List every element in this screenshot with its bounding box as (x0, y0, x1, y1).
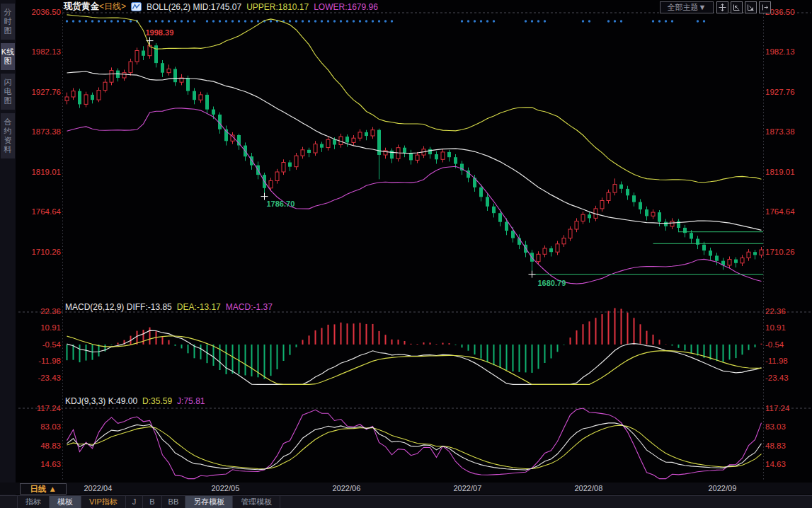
main-y-label: 1873.38 (17, 127, 61, 136)
kdj-j-value: J:75.81 (177, 396, 205, 406)
x-axis-date: 2022/06 (333, 484, 361, 492)
x-axis-date: 2022/04 (84, 484, 113, 492)
tab-indicators[interactable]: 指标 (17, 496, 50, 508)
x-axis-date: 2022/07 (454, 484, 482, 492)
mini-chart-icon[interactable] (131, 2, 142, 11)
macd-dea-value: DEA:-13.17 (177, 302, 221, 312)
main-y-label: 1982.13 (17, 47, 61, 56)
kdj-y-label: 14.63 (765, 460, 809, 468)
macd-y-label: -0.54 (17, 340, 61, 349)
kdj-y-label: 48.83 (765, 441, 809, 450)
period-selector-button[interactable]: 日线 ▲ (20, 483, 67, 495)
main-y-label: 2036.50 (17, 8, 61, 16)
macd-y-label: -11.98 (17, 357, 61, 365)
x-axis-date: 2022/09 (709, 484, 737, 492)
macd-y-label: 10.91 (17, 323, 61, 332)
macd-y-label: 22.36 (765, 307, 809, 316)
tab-bb[interactable]: BB (162, 496, 186, 508)
zoom-axis-right-icon[interactable] (745, 1, 757, 13)
boll-upper-value: UPPER:1810.17 (246, 2, 309, 12)
main-y-label: 1819.01 (765, 168, 809, 176)
x-axis-date: 2022/05 (212, 484, 240, 492)
low-price-annotation: 1786.70 (267, 200, 295, 208)
macd-header: MACD(26,12,9) DIFF:-13.85 DEA:-13.17 MAC… (65, 302, 273, 312)
macd-y-label: -11.98 (765, 357, 809, 365)
chart-toolbar-icons (716, 1, 771, 13)
high-price-annotation: 1998.39 (146, 28, 174, 37)
x-axis-date: 2022/08 (575, 484, 603, 492)
tab-manage-template[interactable]: 管理模板 (233, 496, 280, 508)
main-y-label: 1764.64 (765, 207, 809, 216)
period-tag: <日线> (99, 1, 126, 11)
kdj-d-value: D:35.59 (142, 396, 172, 406)
macd-y-label: 22.36 (17, 307, 61, 316)
tab-save-template[interactable]: 另存模板 (185, 496, 233, 508)
kdj-y-label: 48.83 (17, 441, 61, 450)
kdj-y-label: 117.24 (17, 404, 61, 412)
main-y-label: 1873.38 (765, 127, 809, 136)
tab-j[interactable]: J (126, 496, 144, 508)
zoom-axis-left-icon[interactable] (731, 1, 743, 13)
kdj-y-label: 117.24 (765, 404, 809, 412)
boll-lower-value: LOWER:1679.96 (314, 2, 378, 12)
trading-app-window: 分时图 K线图 闪电图 合约资料 现货黄金<日线> BOLL(26,2) MID… (0, 0, 812, 508)
main-chart-header: 现货黄金<日线> BOLL(26,2) MID:1745.07 UPPER:18… (64, 1, 378, 13)
macd-y-label: -23.43 (17, 374, 61, 382)
kdj-title: KDJ(9,3,3) K:49.00 (65, 396, 137, 406)
kdj-y-label: 83.03 (17, 422, 61, 431)
main-y-label: 1819.01 (17, 168, 61, 176)
tab-b[interactable]: B (143, 496, 161, 508)
macd-value: MACD:-1.37 (226, 302, 273, 312)
symbol-name: 现货黄金 (64, 1, 99, 11)
theme-dropdown[interactable]: 全部主题▼ (660, 1, 714, 13)
expand-panel-icon[interactable] (759, 1, 771, 13)
main-y-label: 1764.64 (17, 207, 61, 216)
x-axis-bar: 日线 ▲ 2022/04 2022/05 2022/06 2022/07 202… (0, 483, 812, 495)
tab-templates[interactable]: 模板 (50, 496, 81, 508)
macd-y-label: -0.54 (765, 340, 809, 349)
main-y-label: 1982.13 (765, 47, 809, 56)
main-y-label: 1710.26 (765, 248, 809, 256)
chart-canvas[interactable] (0, 0, 812, 508)
kdj-header: KDJ(9,3,3) K:49.00 D:35.59 J:75.81 (65, 396, 205, 406)
kdj-y-label: 14.63 (17, 460, 61, 468)
main-y-label: 2036.50 (765, 8, 809, 16)
macd-y-label: -23.43 (765, 374, 809, 382)
macd-y-label: 10.91 (765, 323, 809, 332)
pan-move-icon[interactable] (716, 1, 728, 13)
bottom-toolbar: 指标 模板 VIP指标 J B BB 另存模板 管理模板 (0, 495, 812, 508)
boll-indicator-label: BOLL(26,2) MID:1745.07 (147, 2, 241, 12)
main-y-label: 1927.76 (17, 88, 61, 96)
macd-title: MACD(26,12,9) DIFF:-13.85 (65, 302, 172, 312)
tab-vip-indicators[interactable]: VIP指标 (81, 496, 126, 508)
main-y-label: 1710.26 (17, 248, 61, 256)
low-price-annotation: 1680.79 (538, 279, 566, 287)
main-y-label: 1927.76 (765, 88, 809, 96)
kdj-y-label: 83.03 (765, 422, 809, 431)
